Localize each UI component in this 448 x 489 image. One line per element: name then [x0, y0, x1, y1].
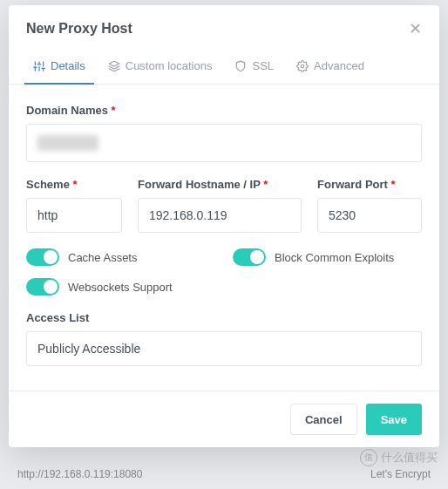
forward-row: Scheme * http Forward Hostname / IP * Fo…	[26, 178, 422, 233]
domain-names-label: Domain Names *	[26, 104, 422, 117]
modal-title: New Proxy Host	[26, 21, 132, 37]
gear-icon	[296, 60, 309, 72]
tab-label: Advanced	[314, 59, 364, 72]
block-exploits-label: Block Common Exploits	[275, 251, 394, 264]
required-marker: *	[73, 178, 78, 191]
watermark-icon: 值	[360, 449, 377, 466]
tab-details[interactable]: Details	[24, 51, 94, 85]
new-proxy-host-modal: New Proxy Host ✕ Details Custom location…	[9, 5, 439, 447]
port-group: Forward Port *	[317, 178, 422, 233]
block-exploits-group: Block Common Exploits	[233, 248, 422, 266]
scheme-value: http	[37, 208, 58, 222]
toggles-row-1: Cache Assets Block Common Exploits	[26, 248, 422, 266]
redacted-domain-chip	[37, 135, 98, 151]
required-marker: *	[263, 178, 268, 191]
scheme-select[interactable]: http	[26, 198, 122, 233]
bg-cert: Let's Encrypt	[370, 468, 431, 480]
tab-custom-locations[interactable]: Custom locations	[99, 51, 221, 85]
bg-url: http://192.168.0.119:18080	[17, 468, 142, 480]
domain-names-group: Domain Names *	[26, 104, 422, 162]
watermark: 值 什么值得买	[360, 449, 438, 466]
access-list-label: Access List	[26, 311, 422, 324]
cache-assets-label: Cache Assets	[68, 251, 138, 264]
close-button[interactable]: ✕	[409, 21, 422, 37]
access-list-select[interactable]: Publicly Accessible	[26, 331, 422, 366]
host-label: Forward Hostname / IP *	[138, 178, 302, 191]
watermark-text: 什么值得买	[381, 450, 438, 465]
svg-point-10	[301, 65, 304, 68]
websockets-toggle[interactable]	[26, 278, 59, 295]
tab-bar: Details Custom locations SSL Advanced	[9, 51, 439, 85]
scheme-group: Scheme * http	[26, 178, 122, 233]
forward-host-input[interactable]	[138, 198, 302, 233]
access-list-group: Access List Publicly Accessible	[26, 311, 422, 366]
close-icon: ✕	[409, 20, 422, 37]
shield-icon	[234, 60, 247, 72]
access-list-value: Publicly Accessible	[37, 342, 140, 356]
cache-assets-group: Cache Assets	[26, 248, 215, 266]
domain-names-input[interactable]	[26, 124, 422, 162]
block-exploits-toggle[interactable]	[233, 248, 266, 266]
tab-label: SSL	[252, 59, 274, 72]
layers-icon	[108, 60, 120, 72]
scheme-label: Scheme *	[26, 178, 122, 191]
host-group: Forward Hostname / IP *	[138, 178, 302, 233]
modal-body: Domain Names * Scheme * http Forward Hos…	[9, 85, 439, 391]
save-button[interactable]: Save	[366, 404, 422, 435]
modal-header: New Proxy Host ✕	[9, 5, 439, 51]
websockets-group: Websockets Support	[26, 278, 422, 295]
modal-footer: Cancel Save	[9, 391, 439, 447]
tab-advanced[interactable]: Advanced	[288, 51, 373, 85]
required-marker: *	[112, 104, 116, 117]
toggles-row-2: Websockets Support	[26, 278, 422, 295]
tab-label: Details	[51, 59, 85, 72]
tab-label: Custom locations	[126, 59, 213, 72]
forward-port-input[interactable]	[317, 198, 422, 233]
tab-ssl[interactable]: SSL	[226, 51, 282, 85]
port-label: Forward Port *	[317, 178, 422, 191]
websockets-label: Websockets Support	[68, 281, 173, 294]
background-row: http://192.168.0.119:18080 Let's Encrypt	[17, 468, 431, 480]
required-marker: *	[391, 178, 396, 191]
cancel-button[interactable]: Cancel	[290, 404, 357, 435]
sliders-icon	[33, 60, 45, 72]
cache-assets-toggle[interactable]	[26, 248, 59, 266]
svg-marker-9	[109, 61, 119, 66]
